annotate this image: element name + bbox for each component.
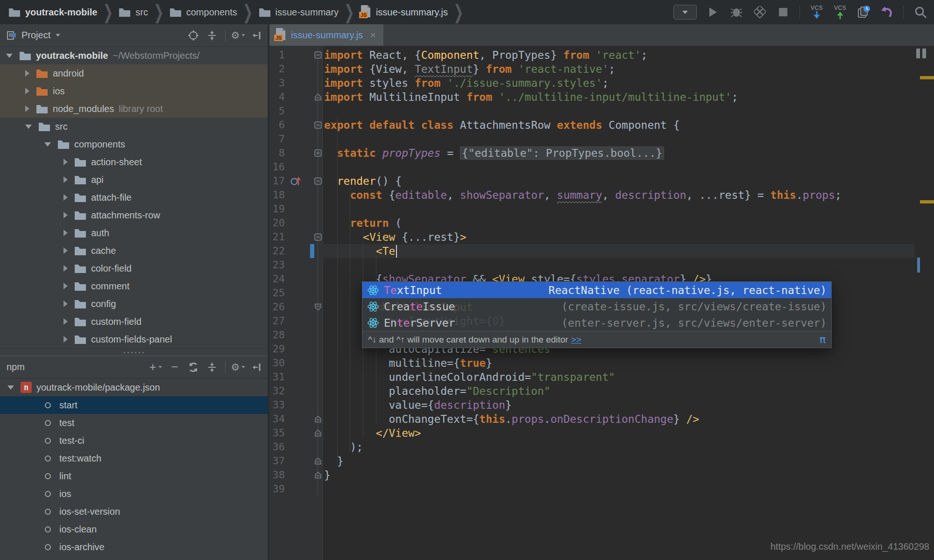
vcs-stripe-mark[interactable] xyxy=(917,258,920,273)
npm-script-test[interactable]: test xyxy=(0,414,268,432)
fold-up-icon[interactable] xyxy=(314,457,322,465)
stop-icon[interactable] xyxy=(776,5,790,19)
chevron-collapsed-icon[interactable] xyxy=(64,336,68,343)
breadcrumb-item-src[interactable]: src xyxy=(119,7,148,18)
tree-item-auth[interactable]: auth xyxy=(0,224,268,242)
gear-icon[interactable]: ⚙ xyxy=(233,30,244,41)
code-line-37[interactable]: } xyxy=(324,454,344,468)
code-line-6[interactable]: export default class AttachmentsRow exte… xyxy=(324,118,680,132)
code-line-3[interactable]: import styles from './issue-summary.styl… xyxy=(324,76,609,90)
close-icon[interactable]: × xyxy=(370,30,376,41)
overrides-method-icon[interactable] xyxy=(290,175,301,187)
chevron-collapsed-icon[interactable] xyxy=(64,283,68,289)
chevron-collapsed-icon[interactable] xyxy=(64,301,68,307)
chevron-collapsed-icon[interactable] xyxy=(64,159,68,165)
tree-item-custom-field[interactable]: custom-field xyxy=(0,313,268,330)
collapse-all-icon[interactable] xyxy=(206,30,218,41)
code-line-20[interactable]: return ( xyxy=(324,216,402,230)
chevron-collapsed-icon[interactable] xyxy=(64,194,68,201)
chevron-collapsed-icon[interactable] xyxy=(64,230,68,236)
panel-splitter[interactable] xyxy=(0,348,268,356)
code-line-31[interactable]: underlineColorAndroid="transparent" xyxy=(324,370,615,384)
breadcrumb-item-youtrack-mobile[interactable]: youtrack-mobile xyxy=(8,7,97,18)
code-line-2[interactable]: import {View, TextInput} from 'react-nat… xyxy=(324,62,615,76)
code-line-17[interactable]: render() { xyxy=(324,174,402,188)
remove-icon[interactable]: − xyxy=(169,362,180,373)
npm-script-ios-clean[interactable]: ios-clean xyxy=(0,520,268,538)
project-panel-title[interactable]: Project xyxy=(7,30,61,41)
vcs-commit-icon[interactable]: VCS xyxy=(833,5,847,19)
breadcrumb-item-issue-summary.js[interactable]: JS issue-summary.js xyxy=(360,5,448,20)
chevron-collapsed-icon[interactable] xyxy=(25,88,29,94)
tree-item-components[interactable]: components xyxy=(0,135,268,153)
code-line-32[interactable]: placeholder="Description" xyxy=(324,384,551,398)
fold-minus-icon[interactable] xyxy=(314,177,322,185)
npm-script-lint[interactable]: lint xyxy=(0,467,268,485)
code-area[interactable]: 1234567816171819202122232425262728293031… xyxy=(269,46,934,560)
fold-plus-icon[interactable] xyxy=(314,149,322,157)
completion-item-CreateIssue[interactable]: CreateIssue(create-issue.js, src/views/c… xyxy=(362,298,831,315)
inspections-indicator-icon[interactable] xyxy=(916,49,926,58)
vcs-update-icon[interactable]: VCS xyxy=(810,5,824,19)
recent-changes-icon[interactable] xyxy=(856,5,870,19)
warning-stripe-mark[interactable] xyxy=(920,76,934,79)
tree-item-attachments-row[interactable]: attachments-row xyxy=(0,206,268,224)
chevron-collapsed-icon[interactable] xyxy=(64,265,68,272)
completion-item-TextInput[interactable]: TextInputReactNative (react-native.js, r… xyxy=(362,282,831,298)
code-line-18[interactable]: const {editable, showSeparator, summary,… xyxy=(324,188,842,202)
code-line-22[interactable]: <Te xyxy=(324,244,395,258)
npm-script-ios-archive[interactable]: ios-archive xyxy=(0,538,268,556)
chevron-expanded-icon[interactable] xyxy=(44,142,51,147)
npm-script-ios-set-version[interactable]: ios-set-version xyxy=(0,503,268,520)
chevron-expanded-icon[interactable] xyxy=(7,385,14,390)
code-line-33[interactable]: value={description} xyxy=(324,398,512,412)
undo-icon[interactable] xyxy=(880,5,894,19)
chevron-expanded-icon[interactable] xyxy=(25,125,32,129)
fold-up-icon[interactable] xyxy=(314,429,322,437)
npm-script-test:watch[interactable]: test:watch xyxy=(0,449,268,467)
code-line-38[interactable]: } xyxy=(324,468,331,482)
coverage-icon[interactable] xyxy=(753,5,767,19)
chevron-expanded-icon[interactable] xyxy=(6,54,13,58)
tree-item-cache[interactable]: cache xyxy=(0,242,268,259)
npm-root-package-json[interactable]: n youtrack-mobile/package.json xyxy=(0,378,268,396)
fold-minus-icon[interactable] xyxy=(314,121,322,129)
tree-item-action-sheet[interactable]: action-sheet xyxy=(0,153,268,171)
tree-item-custom-fields-panel[interactable]: custom-fields-panel xyxy=(0,330,268,348)
chevron-collapsed-icon[interactable] xyxy=(25,105,29,112)
run-icon[interactable] xyxy=(706,5,720,19)
tab-issue-summary[interactable]: JS issue-summary.js × xyxy=(269,24,383,46)
locate-icon[interactable] xyxy=(188,30,199,41)
fold-minus-icon[interactable] xyxy=(314,51,322,59)
tree-item-attach-file[interactable]: attach-file xyxy=(0,189,268,206)
breadcrumb-item-issue-summary[interactable]: issue-summary xyxy=(259,7,339,18)
tree-item-color-field[interactable]: color-field xyxy=(0,259,268,277)
code-line-4[interactable]: import MultilineInput from '../multiline… xyxy=(324,90,738,104)
run-config-dropdown[interactable] xyxy=(673,5,697,20)
chevron-collapsed-icon[interactable] xyxy=(64,212,68,218)
chevron-collapsed-icon[interactable] xyxy=(64,247,68,254)
refresh-icon[interactable] xyxy=(188,362,199,373)
hint-more-link[interactable]: >> xyxy=(571,335,581,345)
code-line-21[interactable]: <View {...rest}> xyxy=(324,230,467,244)
breadcrumb-item-components[interactable]: components xyxy=(170,7,237,18)
chevron-collapsed-icon[interactable] xyxy=(64,318,68,325)
collapse-all-icon[interactable] xyxy=(206,362,218,373)
npm-script-test-ci[interactable]: test-ci xyxy=(0,432,268,449)
code-line-34[interactable]: onChangeText={this.props.onDescriptionCh… xyxy=(324,412,699,426)
warning-stripe-mark[interactable] xyxy=(920,200,934,203)
tree-item-ios[interactable]: ios xyxy=(0,82,268,100)
fold-down-icon[interactable] xyxy=(314,303,322,311)
hide-panel-icon[interactable] xyxy=(252,30,263,41)
add-icon[interactable]: + xyxy=(150,362,162,373)
tree-item-youtrack-mobile[interactable]: youtrack-mobile~/WebstormProjects/ xyxy=(0,47,268,64)
tree-item-api[interactable]: api xyxy=(0,171,268,189)
tree-item-config[interactable]: config xyxy=(0,295,268,313)
hide-panel-icon[interactable] xyxy=(252,362,263,373)
npm-script-start[interactable]: start xyxy=(0,396,268,414)
fold-up-icon[interactable] xyxy=(314,471,322,479)
completion-item-EnterServer[interactable]: EnterServer(enter-server.js, src/views/e… xyxy=(362,315,831,331)
debug-icon[interactable] xyxy=(729,5,743,19)
tree-item-node_modules[interactable]: node_moduleslibrary root xyxy=(0,100,268,118)
fold-up-icon[interactable] xyxy=(314,93,322,101)
